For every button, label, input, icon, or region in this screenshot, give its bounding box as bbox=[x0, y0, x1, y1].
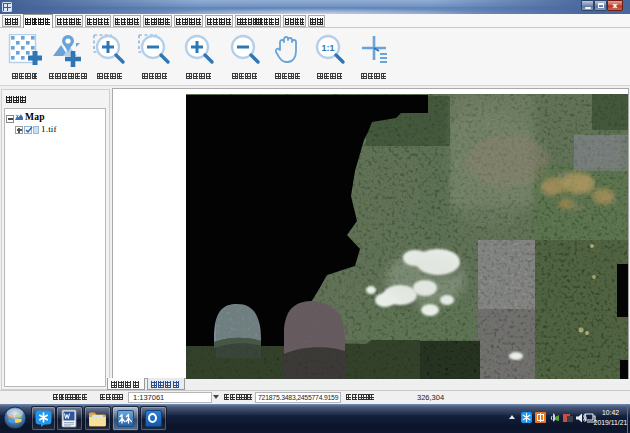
svg-text:1:1: 1:1 bbox=[321, 43, 334, 53]
